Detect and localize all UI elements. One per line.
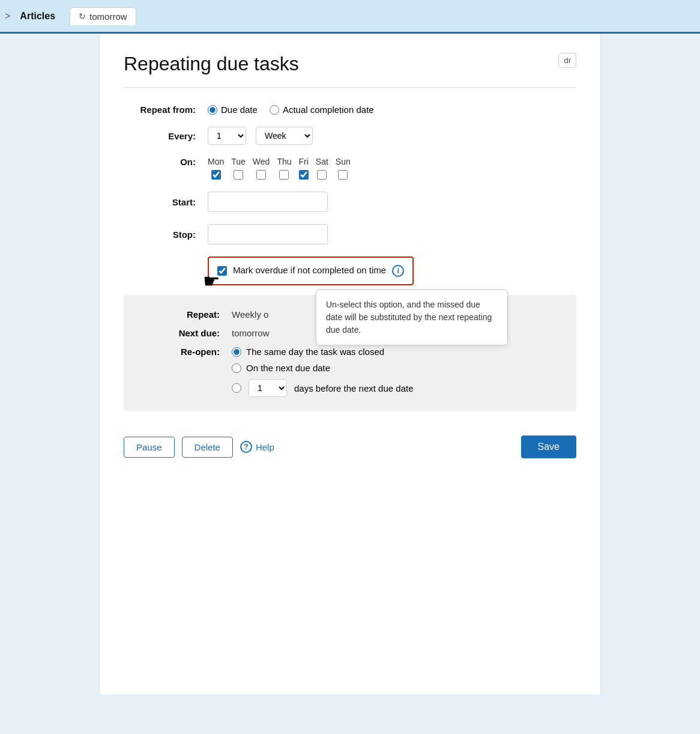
page-title: Repeating due tasks [124,53,299,75]
day-wed-checkbox[interactable] [256,170,266,180]
next-due-label: Next due: [148,328,220,338]
main-content: Repeating due tasks dr Repeat from: Due … [99,34,601,694]
day-sun-label: Sun [336,157,351,166]
day-sat-label: Sat [316,157,328,166]
due-date-option[interactable]: Due date [208,105,258,115]
reopen-days-before-radio[interactable] [232,383,241,393]
mark-overdue-section: ☛ Mark overdue if not completed on time … [124,256,576,285]
tab-articles[interactable]: Articles [15,8,60,24]
mark-overdue-tooltip: Un-select this option, and the missed du… [316,290,508,345]
on-label: On: [124,157,196,167]
help-button[interactable]: ? Help [240,441,274,453]
due-date-radio[interactable] [208,105,217,115]
start-input[interactable]: today [208,192,328,212]
reopen-option-next-due[interactable]: On the next due date [232,363,413,373]
every-row: Every: 1 2 3 4 Week Day Month Year [124,127,576,145]
day-wed-label: Wed [253,157,270,166]
every-label: Every: [124,131,196,141]
reopen-next-due-label: On the next due date [246,363,330,373]
dr-badge: dr [558,53,576,68]
mark-overdue-info-icon[interactable]: i [392,265,404,277]
save-button[interactable]: Save [521,435,576,458]
reopen-days-before-label: days before the next due date [294,383,413,393]
help-icon: ? [240,441,252,453]
day-sat: Sat [316,157,328,180]
start-label: Start: [124,197,196,207]
day-sat-checkbox[interactable] [317,170,327,180]
on-row: On: Mon Tue Wed Thu Fri S [124,157,576,180]
reopen-next-due-radio[interactable] [232,363,241,373]
reopen-option-same-day[interactable]: The same day the task was closed [232,347,413,357]
day-thu-checkbox[interactable] [279,170,289,180]
day-mon: Mon [208,157,224,180]
reopen-row: Re-open: The same day the task was close… [148,347,552,397]
repeat-from-options: Due date Actual completion date [208,105,374,115]
day-mon-label: Mon [208,157,224,166]
page-header: Repeating due tasks dr [124,53,576,75]
actual-completion-radio[interactable] [270,105,279,115]
tab-tomorrow[interactable]: ↻ tomorrow [70,7,136,25]
day-sun-checkbox[interactable] [338,170,348,180]
next-due-value: tomorrow [232,328,270,338]
start-row: Start: today [124,192,576,212]
day-tue-checkbox[interactable] [234,170,243,180]
days-before-select[interactable]: 1 2 3 [249,379,287,397]
mark-overdue-label: Mark overdue if not completed on time [233,265,386,275]
mark-overdue-checkbox[interactable] [217,266,227,276]
tab-bar: > Articles ↻ tomorrow [0,0,700,34]
stop-input[interactable] [208,224,328,244]
day-fri-checkbox[interactable] [299,170,309,180]
delete-button[interactable]: Delete [182,437,233,458]
reopen-option-days-before[interactable]: 1 2 3 days before the next due date [232,379,413,397]
every-unit-select[interactable]: Week Day Month Year [256,127,313,145]
refresh-icon[interactable]: ↻ [79,11,86,21]
day-fri: Fri [299,157,309,180]
day-tue: Tue [231,157,246,180]
tooltip-text: Un-select this option, and the missed du… [326,300,492,335]
every-number-select[interactable]: 1 2 3 4 [208,127,246,145]
section-divider [124,87,576,88]
reopen-label: Re-open: [148,347,220,357]
help-label: Help [256,442,274,452]
repeat-from-row: Repeat from: Due date Actual completion … [124,105,576,115]
bottom-actions: Pause Delete ? Help Save [124,431,576,458]
day-fri-label: Fri [299,157,309,166]
days-grid: Mon Tue Wed Thu Fri Sat [208,157,351,180]
pause-button[interactable]: Pause [124,437,175,458]
actual-completion-option[interactable]: Actual completion date [270,105,374,115]
reopen-same-day-radio[interactable] [232,347,241,357]
tab-tomorrow-label: tomorrow [89,11,127,22]
sidebar-toggle-icon[interactable]: > [5,11,10,22]
stop-row: Stop: [124,224,576,244]
day-sun: Sun [336,157,351,180]
day-wed: Wed [253,157,270,180]
day-thu-label: Thu [277,157,291,166]
stop-label: Stop: [124,229,196,240]
left-actions: Pause Delete ? Help [124,437,274,458]
due-date-label: Due date [221,105,258,115]
day-mon-checkbox[interactable] [211,170,221,180]
repeat-from-label: Repeat from: [124,105,196,115]
every-controls: 1 2 3 4 Week Day Month Year [208,127,313,145]
repeat-info-label: Repeat: [148,309,220,320]
repeat-info-value: Weekly o [232,309,268,320]
day-tue-label: Tue [231,157,246,166]
reopen-same-day-label: The same day the task was closed [246,347,384,357]
reopen-options: The same day the task was closed On the … [232,347,413,397]
mark-overdue-box: ☛ Mark overdue if not completed on time … [208,256,414,285]
actual-completion-label: Actual completion date [283,105,374,115]
day-thu: Thu [277,157,291,180]
